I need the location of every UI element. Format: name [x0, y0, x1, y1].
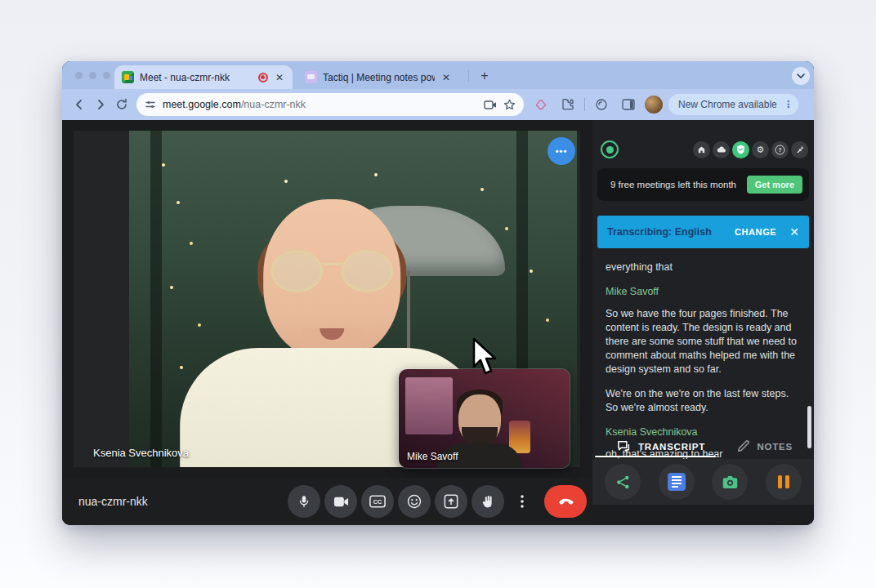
- profile-avatar[interactable]: [645, 96, 663, 114]
- more-options-button[interactable]: [508, 485, 536, 518]
- tactiq-logo-icon: [601, 140, 619, 158]
- transcript-line: So we have the four pages finished. The …: [606, 307, 798, 376]
- meet-controls: CC: [288, 485, 587, 518]
- tab-search-chevron-icon[interactable]: [792, 67, 810, 85]
- browser-toolbar: meet.google.com/nua-czmr-nkk: [62, 89, 814, 120]
- google-docs-icon: [668, 473, 686, 491]
- captions-button[interactable]: CC: [361, 485, 394, 518]
- browser-window: Meet - nua-czmr-nkk ✕ Tactiq | Meeting n…: [62, 61, 814, 525]
- tab-camera-icon[interactable]: [484, 100, 497, 110]
- close-tab-icon[interactable]: ✕: [274, 72, 285, 83]
- transcript-chat-icon: [617, 440, 631, 452]
- extension-pink-icon[interactable]: [530, 94, 552, 115]
- url-host: meet.google.com: [163, 99, 241, 110]
- transcript-line: everything that: [606, 261, 798, 274]
- end-call-button[interactable]: [544, 485, 587, 518]
- tab-tactiq[interactable]: Tactiq | Meeting notes powe ✕: [297, 65, 459, 89]
- bookmark-star-icon[interactable]: [503, 99, 516, 111]
- transcribing-bar: Transcribing: English CHANGE ✕: [597, 216, 809, 248]
- camera-button[interactable]: [324, 485, 357, 518]
- window-traffic-lights[interactable]: [75, 72, 110, 79]
- tab-transcript-label: TRANSCRIPT: [638, 442, 705, 452]
- browser-lens-icon[interactable]: [591, 94, 612, 115]
- tab-transcript[interactable]: TRANSCRIPT: [617, 440, 705, 452]
- participant-name-label: Ksenia Svechnikova: [93, 447, 189, 459]
- tab-strip: Meet - nua-czmr-nkk ✕ Tactiq | Meeting n…: [62, 61, 814, 89]
- pause-button[interactable]: [766, 464, 802, 500]
- screenshot-camera-button[interactable]: [712, 464, 748, 500]
- sidebar-header: ⚙ ?: [601, 140, 808, 159]
- more-menu-icon[interactable]: ⋮: [784, 99, 793, 110]
- reload-icon[interactable]: [111, 94, 132, 115]
- new-tab-button[interactable]: +: [476, 67, 494, 85]
- tab-meet[interactable]: Meet - nua-czmr-nkk ✕: [114, 65, 293, 89]
- pip-video-tile[interactable]: Mike Savoff: [399, 369, 570, 468]
- active-tab-underline: [595, 456, 716, 457]
- update-chrome-label: New Chrome available: [678, 99, 777, 110]
- change-language-button[interactable]: CHANGE: [735, 227, 776, 237]
- back-arrow-icon[interactable]: [69, 94, 90, 115]
- update-chrome-button[interactable]: New Chrome available ⋮: [668, 94, 798, 115]
- free-meetings-text: 9 free meetings left this month: [609, 180, 738, 190]
- meet-control-bar: nua-czmr-nkk CC: [62, 478, 592, 525]
- transcript-line: We're on the we're on the last few steps…: [606, 387, 798, 415]
- tab-title: Meet - nua-czmr-nkk: [140, 72, 253, 83]
- forward-arrow-icon[interactable]: [90, 94, 111, 115]
- chat-bubble-dots: •••: [556, 146, 568, 156]
- side-panel-icon[interactable]: [618, 94, 639, 115]
- url-text[interactable]: meet.google.com/nua-czmr-nkk: [163, 99, 477, 110]
- microphone-button[interactable]: [288, 485, 320, 518]
- reactions-button[interactable]: [398, 485, 431, 518]
- transcript-speaker: Mike Savoff: [606, 285, 798, 299]
- free-meetings-banner: 9 free meetings left this month Get more: [597, 168, 809, 201]
- raise-hand-button[interactable]: [472, 485, 504, 518]
- close-window-button[interactable]: [75, 72, 83, 79]
- tactiq-favicon: [305, 71, 317, 83]
- pip-name-label: Mike Savoff: [407, 451, 458, 462]
- tactiq-sidebar: ⚙ ? 9 free meetings left this month Get …: [592, 120, 814, 525]
- present-screen-button[interactable]: [435, 485, 467, 518]
- site-settings-icon[interactable]: [145, 99, 156, 110]
- notes-pencil-icon: [737, 440, 749, 452]
- cloud-upload-icon[interactable]: [713, 141, 730, 158]
- extensions-puzzle-icon[interactable]: [557, 94, 579, 115]
- help-icon[interactable]: ?: [771, 141, 789, 158]
- shield-check-icon[interactable]: [732, 141, 749, 158]
- tab-separator: [468, 70, 469, 82]
- get-more-button[interactable]: Get more: [747, 176, 802, 194]
- svg-text:CC: CC: [373, 498, 382, 506]
- mouse-cursor: [471, 337, 500, 376]
- share-button[interactable]: [605, 464, 641, 500]
- minimize-window-button[interactable]: [89, 72, 96, 79]
- recording-indicator-icon: [258, 73, 268, 82]
- pause-icon: [778, 475, 789, 488]
- url-path: /nua-czmr-nkk: [241, 99, 306, 110]
- pin-icon[interactable]: [791, 141, 808, 158]
- sidebar-tabs: TRANSCRIPT NOTES: [592, 435, 814, 457]
- sidebar-action-bar: [592, 459, 814, 505]
- home-icon[interactable]: [693, 141, 710, 158]
- tab-title: Tactiq | Meeting notes powe: [323, 72, 435, 83]
- meet-stage: Ksenia Svechnikova Mike Savoff ••• nua-c…: [62, 120, 592, 525]
- close-icon[interactable]: ✕: [789, 225, 799, 238]
- transcribing-label: Transcribing: English: [607, 226, 712, 238]
- svg-text:?: ?: [779, 147, 782, 153]
- settings-gear-icon[interactable]: ⚙: [752, 141, 769, 158]
- google-docs-button[interactable]: [659, 464, 695, 500]
- sidebar-footer: [592, 505, 814, 525]
- background-lights: [162, 163, 165, 167]
- maximize-window-button[interactable]: [103, 72, 110, 79]
- meeting-code-label: nua-czmr-nkk: [78, 495, 148, 508]
- page-content: Ksenia Svechnikova Mike Savoff ••• nua-c…: [62, 120, 814, 525]
- tab-notes[interactable]: NOTES: [737, 440, 793, 452]
- tab-notes-label: NOTES: [757, 442, 793, 452]
- address-bar[interactable]: meet.google.com/nua-czmr-nkk: [136, 93, 524, 116]
- meet-favicon: [122, 71, 134, 83]
- tactiq-chat-bubble-icon[interactable]: •••: [548, 137, 575, 165]
- toolbar-divider: [584, 98, 585, 111]
- close-tab-icon[interactable]: ✕: [440, 72, 452, 83]
- toolbar-extensions-area: New Chrome available ⋮: [530, 94, 798, 115]
